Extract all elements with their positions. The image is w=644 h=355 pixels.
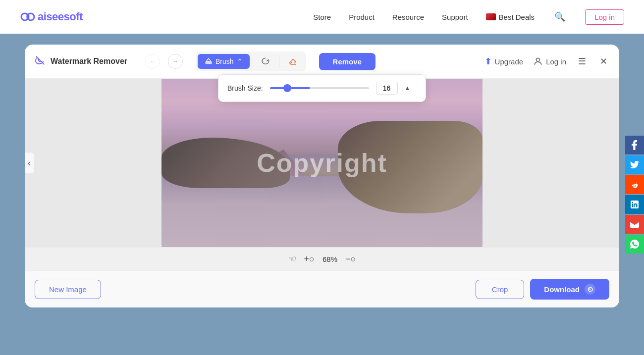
- nav-best-deals[interactable]: Best Deals: [486, 13, 535, 21]
- brush-size-dropdown: Brush Size: 16 ▲: [218, 74, 426, 102]
- remove-button[interactable]: Remove: [319, 53, 376, 70]
- tool-separator-2: [279, 55, 279, 67]
- nav-back-button[interactable]: ←: [145, 54, 160, 69]
- footer-right: Crop Download ⏲: [476, 279, 609, 300]
- image-canvas[interactable]: Copyright: [161, 79, 483, 247]
- new-image-button[interactable]: New Image: [35, 280, 101, 299]
- app-title-area: Watermark Remover: [35, 55, 127, 68]
- zoom-bar: ☜ +○ 68% −○: [25, 247, 619, 270]
- logo: aiseesoft: [20, 9, 83, 25]
- app-header: Watermark Remover ← → Brush ⌃: [25, 45, 619, 79]
- pan-tool-icon[interactable]: ☜: [288, 254, 296, 264]
- top-login-button[interactable]: Log in: [585, 9, 624, 25]
- close-button[interactable]: ✕: [598, 54, 609, 69]
- reddit-share-button[interactable]: [625, 175, 644, 194]
- nav-forward-button[interactable]: →: [168, 54, 183, 69]
- brush-size-slider[interactable]: [270, 87, 369, 89]
- best-deals-flag-icon: [486, 13, 496, 20]
- app-title-label: Watermark Remover: [51, 57, 127, 66]
- logo-icon: [20, 9, 36, 25]
- facebook-share-button[interactable]: [625, 136, 644, 154]
- brush-size-up-button[interactable]: ▲: [405, 85, 411, 92]
- social-sidebar: [625, 136, 644, 254]
- gmail-share-button[interactable]: [625, 215, 644, 234]
- image-area: ‹ Copyright: [25, 79, 619, 247]
- whatsapp-share-button[interactable]: [625, 235, 644, 254]
- main-content: Watermark Remover ← → Brush ⌃: [0, 34, 644, 355]
- top-navigation: aiseesoft Store Product Resource Support…: [0, 0, 644, 34]
- eraser-tool-button[interactable]: [281, 53, 304, 69]
- upgrade-button[interactable]: ⬆ Upgrade: [484, 56, 524, 67]
- linkedin-share-button[interactable]: [625, 195, 644, 214]
- scroll-left-button[interactable]: ‹: [25, 153, 34, 173]
- brush-tool-button[interactable]: Brush ⌃: [198, 54, 250, 69]
- lasso-tool-button[interactable]: [254, 53, 277, 69]
- svg-point-3: [537, 58, 540, 61]
- logo-text: aiseesoft: [38, 10, 83, 23]
- tools-group: Brush ⌃: [196, 51, 306, 71]
- nav-links: Store Product Resource Support Best Deal…: [313, 9, 624, 25]
- watermark-remover-icon: [35, 55, 46, 68]
- crop-button[interactable]: Crop: [476, 280, 525, 299]
- nav-support[interactable]: Support: [442, 13, 468, 21]
- header-right: ⬆ Upgrade Log in ☰ ✕: [484, 54, 609, 69]
- nav-product[interactable]: Product: [349, 13, 375, 21]
- header-login-button[interactable]: Log in: [533, 56, 566, 66]
- nav-resource[interactable]: Resource: [392, 13, 424, 21]
- menu-button[interactable]: ☰: [576, 54, 588, 69]
- upgrade-arrow-icon: ⬆: [484, 56, 492, 67]
- zoom-in-button[interactable]: +○: [304, 254, 315, 263]
- search-button[interactable]: 🔍: [552, 9, 567, 24]
- app-footer: New Image Crop Download ⏲: [25, 270, 619, 307]
- download-button[interactable]: Download ⏲: [530, 279, 609, 300]
- svg-point-2: [26, 13, 30, 20]
- nav-store[interactable]: Store: [313, 13, 331, 21]
- brush-size-input[interactable]: 16: [376, 82, 398, 95]
- brush-size-label: Brush Size:: [227, 84, 263, 92]
- download-clock-icon: ⏲: [585, 284, 595, 295]
- twitter-share-button[interactable]: [625, 155, 644, 174]
- rocks-right-layer: [338, 121, 483, 213]
- app-card: Watermark Remover ← → Brush ⌃: [25, 45, 619, 307]
- tool-separator: [252, 55, 252, 67]
- zoom-level: 68%: [322, 255, 337, 263]
- zoom-out-button[interactable]: −○: [345, 254, 356, 263]
